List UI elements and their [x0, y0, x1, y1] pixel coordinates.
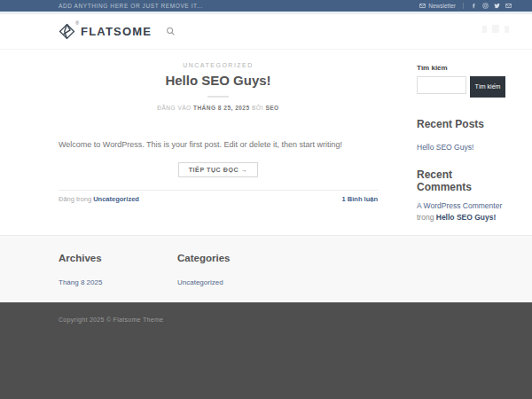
logo-text: FLATSOME — [81, 25, 152, 38]
topbar: ADD ANYTHING HERE OR JUST REMOVE IT... N… — [0, 0, 532, 12]
search-submit-button[interactable]: Tìm kiếm — [470, 76, 505, 98]
read-more-button[interactable]: TIẾP TỤC ĐỌC → — [178, 162, 259, 177]
comments-link[interactable]: 1 Bình luận — [342, 195, 378, 203]
post-title: Hello SEO Guys! — [59, 73, 378, 88]
faint-icon — [482, 26, 487, 33]
recent-post-link[interactable]: Hello SEO Guys! — [417, 143, 473, 152]
faint-icon — [492, 25, 499, 33]
recent-comment-item: A WordPress Commenter trong Hello SEO Gu… — [417, 200, 505, 224]
byline-date: THÁNG 8 25, 2025 — [193, 105, 250, 111]
main-content: UNCATEGORIZED Hello SEO Guys! ĐĂNG VÀO T… — [0, 50, 532, 235]
copyright-text: Copyright 2025 © Flatsome Theme — [59, 317, 163, 323]
commenter-link[interactable]: A WordPress Commenter — [417, 201, 502, 210]
categories-widget: Categories Uncategorized — [177, 253, 296, 302]
envelope-icon — [419, 3, 426, 9]
absolute-footer: Copyright 2025 © Flatsome Theme — [0, 302, 532, 399]
byline-prefix: ĐĂNG VÀO — [157, 105, 191, 111]
topbar-right: Newsletter — [419, 3, 512, 9]
search-widget: Tìm kiếm — [417, 76, 505, 98]
footer-category-link[interactable]: Uncategorized — [177, 278, 223, 286]
topbar-message: ADD ANYTHING HERE OR JUST REMOVE IT... — [59, 3, 203, 9]
footer-widgets: Archives Tháng 8 2025 Categories Uncateg… — [0, 235, 532, 302]
posted-in-label: Đăng trong — [59, 195, 91, 203]
byline-author: SEO — [265, 105, 278, 111]
title-divider — [207, 96, 229, 98]
post-article: UNCATEGORIZED Hello SEO Guys! ĐĂNG VÀO T… — [59, 50, 378, 235]
instagram-icon[interactable] — [482, 3, 489, 9]
byline-by: BỞI — [252, 105, 263, 111]
commented-post-link[interactable]: Hello SEO Guys! — [436, 213, 497, 222]
archives-widget: Archives Tháng 8 2025 — [59, 253, 177, 302]
faint-icon — [505, 26, 509, 33]
recent-comments-heading: Recent Comments — [417, 168, 505, 193]
post-divider — [59, 190, 378, 191]
post-excerpt: Welcome to WordPress. This is your first… — [59, 140, 378, 150]
recent-posts-heading: Recent Posts — [417, 118, 505, 130]
categories-heading: Categories — [177, 253, 296, 263]
page: ADD ANYTHING HERE OR JUST REMOVE IT... N… — [0, 0, 532, 399]
search-widget-label: Tìm kiếm — [417, 64, 505, 72]
archive-link[interactable]: Tháng 8 2025 — [59, 278, 102, 286]
registered-mark: ® — [75, 20, 79, 26]
email-icon[interactable] — [505, 3, 512, 9]
posted-in: Đăng trong Uncategorized — [59, 195, 139, 203]
search-input[interactable] — [417, 76, 466, 94]
site-logo[interactable]: ® FLATSOME — [59, 23, 152, 40]
post-category-label: UNCATEGORIZED — [59, 62, 378, 68]
header-secondary-icons — [482, 25, 509, 33]
newsletter-link[interactable]: Newsletter — [419, 3, 456, 9]
twitter-icon[interactable] — [494, 3, 500, 9]
category-link[interactable]: Uncategorized — [93, 195, 139, 203]
post-meta-row: Đăng trong Uncategorized 1 Bình luận — [59, 195, 378, 203]
comment-connector: trong — [417, 213, 434, 222]
read-more-wrap: TIẾP TỤC ĐỌC → — [59, 160, 378, 177]
flatsome-diamond-icon: ® — [59, 23, 75, 40]
post-byline: ĐĂNG VÀO THÁNG 8 25, 2025 BỞI SEO — [59, 105, 378, 111]
search-icon[interactable] — [166, 27, 176, 36]
facebook-icon[interactable] — [471, 3, 477, 9]
site-header: ® FLATSOME — [0, 14, 532, 50]
archives-heading: Archives — [59, 253, 177, 263]
sidebar: Tìm kiếm Tìm kiếm Recent Posts Hello SEO… — [417, 50, 505, 235]
newsletter-label: Newsletter — [428, 3, 456, 9]
topbar-separator — [463, 3, 464, 9]
